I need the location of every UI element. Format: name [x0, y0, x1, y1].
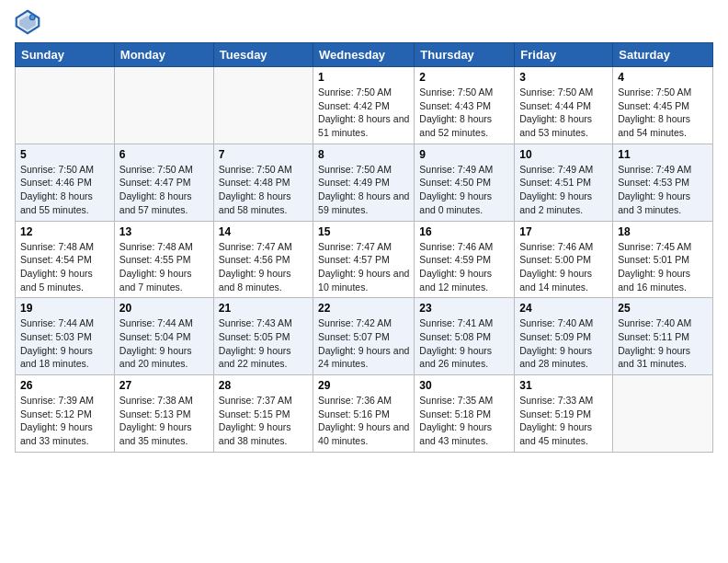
day-number: 21: [219, 302, 308, 315]
calendar-cell: 1Sunrise: 7:50 AM Sunset: 4:42 PM Daylig…: [313, 67, 415, 144]
calendar-cell: 7Sunrise: 7:50 AM Sunset: 4:48 PM Daylig…: [213, 144, 313, 221]
day-info: Sunrise: 7:50 AM Sunset: 4:44 PM Dayligh…: [519, 86, 608, 140]
calendar-cell: 29Sunrise: 7:36 AM Sunset: 5:16 PM Dayli…: [313, 375, 415, 453]
day-info: Sunrise: 7:50 AM Sunset: 4:49 PM Dayligh…: [318, 163, 409, 217]
day-number: 22: [318, 302, 409, 315]
day-number: 19: [20, 302, 109, 315]
calendar-day-header: Friday: [515, 43, 613, 67]
day-number: 2: [419, 71, 509, 84]
day-number: 5: [20, 148, 109, 161]
day-info: Sunrise: 7:49 AM Sunset: 4:53 PM Dayligh…: [618, 163, 708, 217]
calendar-cell: [213, 67, 313, 144]
day-info: Sunrise: 7:50 AM Sunset: 4:46 PM Dayligh…: [20, 163, 109, 217]
calendar-cell: 21Sunrise: 7:43 AM Sunset: 5:05 PM Dayli…: [213, 298, 313, 375]
day-number: 20: [119, 302, 209, 315]
day-number: 10: [519, 148, 608, 161]
day-number: 11: [618, 148, 708, 161]
calendar-cell: 25Sunrise: 7:40 AM Sunset: 5:11 PM Dayli…: [613, 298, 713, 375]
calendar-cell: 11Sunrise: 7:49 AM Sunset: 4:53 PM Dayli…: [613, 144, 713, 221]
day-number: 18: [618, 225, 708, 238]
calendar-week-row: 5Sunrise: 7:50 AM Sunset: 4:46 PM Daylig…: [16, 144, 713, 221]
day-info: Sunrise: 7:43 AM Sunset: 5:05 PM Dayligh…: [219, 316, 308, 371]
day-number: 4: [618, 71, 708, 84]
day-number: 13: [119, 225, 209, 238]
calendar-table: SundayMondayTuesdayWednesdayThursdayFrid…: [15, 42, 713, 453]
logo: [15, 9, 44, 35]
day-info: Sunrise: 7:38 AM Sunset: 5:13 PM Dayligh…: [119, 394, 209, 448]
calendar-cell: 23Sunrise: 7:41 AM Sunset: 5:08 PM Dayli…: [415, 298, 515, 375]
day-info: Sunrise: 7:42 AM Sunset: 5:07 PM Dayligh…: [318, 316, 409, 371]
calendar-cell: 16Sunrise: 7:46 AM Sunset: 4:59 PM Dayli…: [415, 221, 515, 298]
day-info: Sunrise: 7:40 AM Sunset: 5:09 PM Dayligh…: [519, 316, 608, 371]
calendar-header-row: SundayMondayTuesdayWednesdayThursdayFrid…: [16, 43, 713, 67]
day-info: Sunrise: 7:35 AM Sunset: 5:18 PM Dayligh…: [419, 394, 509, 448]
day-info: Sunrise: 7:33 AM Sunset: 5:19 PM Dayligh…: [519, 394, 608, 448]
day-info: Sunrise: 7:50 AM Sunset: 4:45 PM Dayligh…: [618, 86, 708, 140]
svg-point-4: [30, 16, 34, 19]
day-number: 8: [318, 148, 409, 161]
calendar-cell: [613, 375, 713, 453]
day-info: Sunrise: 7:48 AM Sunset: 4:55 PM Dayligh…: [119, 240, 209, 294]
calendar-cell: [114, 67, 213, 144]
day-number: 26: [20, 379, 109, 392]
day-info: Sunrise: 7:37 AM Sunset: 5:15 PM Dayligh…: [219, 394, 308, 448]
calendar-cell: 2Sunrise: 7:50 AM Sunset: 4:43 PM Daylig…: [415, 67, 515, 144]
calendar-cell: 6Sunrise: 7:50 AM Sunset: 4:47 PM Daylig…: [114, 144, 213, 221]
calendar-cell: 24Sunrise: 7:40 AM Sunset: 5:09 PM Dayli…: [515, 298, 613, 375]
calendar-cell: 19Sunrise: 7:44 AM Sunset: 5:03 PM Dayli…: [16, 298, 115, 375]
day-info: Sunrise: 7:36 AM Sunset: 5:16 PM Dayligh…: [318, 394, 409, 448]
calendar-day-header: Monday: [114, 43, 213, 67]
day-info: Sunrise: 7:46 AM Sunset: 5:00 PM Dayligh…: [519, 240, 608, 294]
calendar-cell: 3Sunrise: 7:50 AM Sunset: 4:44 PM Daylig…: [515, 67, 613, 144]
day-info: Sunrise: 7:39 AM Sunset: 5:12 PM Dayligh…: [20, 394, 109, 448]
day-info: Sunrise: 7:46 AM Sunset: 4:59 PM Dayligh…: [419, 240, 509, 294]
calendar-day-header: Tuesday: [213, 43, 313, 67]
calendar-cell: 31Sunrise: 7:33 AM Sunset: 5:19 PM Dayli…: [515, 375, 613, 453]
day-info: Sunrise: 7:50 AM Sunset: 4:42 PM Dayligh…: [318, 86, 409, 140]
page: SundayMondayTuesdayWednesdayThursdayFrid…: [0, 0, 728, 462]
day-number: 30: [419, 379, 509, 392]
day-info: Sunrise: 7:41 AM Sunset: 5:08 PM Dayligh…: [419, 316, 509, 371]
day-info: Sunrise: 7:49 AM Sunset: 4:50 PM Dayligh…: [419, 163, 509, 217]
calendar-cell: 27Sunrise: 7:38 AM Sunset: 5:13 PM Dayli…: [114, 375, 213, 453]
logo-icon: [15, 9, 40, 35]
calendar-cell: [16, 67, 115, 144]
calendar-cell: 8Sunrise: 7:50 AM Sunset: 4:49 PM Daylig…: [313, 144, 415, 221]
day-number: 1: [318, 71, 409, 84]
day-number: 16: [419, 225, 509, 238]
day-number: 28: [219, 379, 308, 392]
day-number: 3: [519, 71, 608, 84]
day-info: Sunrise: 7:50 AM Sunset: 4:43 PM Dayligh…: [419, 86, 509, 140]
day-number: 23: [419, 302, 509, 315]
day-info: Sunrise: 7:40 AM Sunset: 5:11 PM Dayligh…: [618, 316, 708, 371]
day-number: 31: [519, 379, 608, 392]
day-info: Sunrise: 7:44 AM Sunset: 5:04 PM Dayligh…: [119, 316, 209, 371]
day-info: Sunrise: 7:45 AM Sunset: 5:01 PM Dayligh…: [618, 240, 708, 294]
day-info: Sunrise: 7:44 AM Sunset: 5:03 PM Dayligh…: [20, 316, 109, 371]
calendar-cell: 15Sunrise: 7:47 AM Sunset: 4:57 PM Dayli…: [313, 221, 415, 298]
calendar-cell: 10Sunrise: 7:49 AM Sunset: 4:51 PM Dayli…: [515, 144, 613, 221]
calendar-cell: 20Sunrise: 7:44 AM Sunset: 5:04 PM Dayli…: [114, 298, 213, 375]
day-number: 27: [119, 379, 209, 392]
day-info: Sunrise: 7:47 AM Sunset: 4:57 PM Dayligh…: [318, 240, 409, 294]
calendar-cell: 17Sunrise: 7:46 AM Sunset: 5:00 PM Dayli…: [515, 221, 613, 298]
day-number: 25: [618, 302, 708, 315]
calendar-cell: 12Sunrise: 7:48 AM Sunset: 4:54 PM Dayli…: [16, 221, 115, 298]
calendar-cell: 22Sunrise: 7:42 AM Sunset: 5:07 PM Dayli…: [313, 298, 415, 375]
day-number: 24: [519, 302, 608, 315]
calendar-week-row: 12Sunrise: 7:48 AM Sunset: 4:54 PM Dayli…: [16, 221, 713, 298]
day-number: 12: [20, 225, 109, 238]
day-number: 15: [318, 225, 409, 238]
calendar-cell: 4Sunrise: 7:50 AM Sunset: 4:45 PM Daylig…: [613, 67, 713, 144]
calendar-week-row: 26Sunrise: 7:39 AM Sunset: 5:12 PM Dayli…: [16, 375, 713, 453]
calendar-cell: 5Sunrise: 7:50 AM Sunset: 4:46 PM Daylig…: [16, 144, 115, 221]
calendar-day-header: Thursday: [415, 43, 515, 67]
day-number: 7: [219, 148, 308, 161]
calendar-day-header: Sunday: [16, 43, 115, 67]
calendar-cell: 13Sunrise: 7:48 AM Sunset: 4:55 PM Dayli…: [114, 221, 213, 298]
day-info: Sunrise: 7:49 AM Sunset: 4:51 PM Dayligh…: [519, 163, 608, 217]
day-number: 9: [419, 148, 509, 161]
day-number: 29: [318, 379, 409, 392]
calendar-cell: 18Sunrise: 7:45 AM Sunset: 5:01 PM Dayli…: [613, 221, 713, 298]
calendar-day-header: Wednesday: [313, 43, 415, 67]
